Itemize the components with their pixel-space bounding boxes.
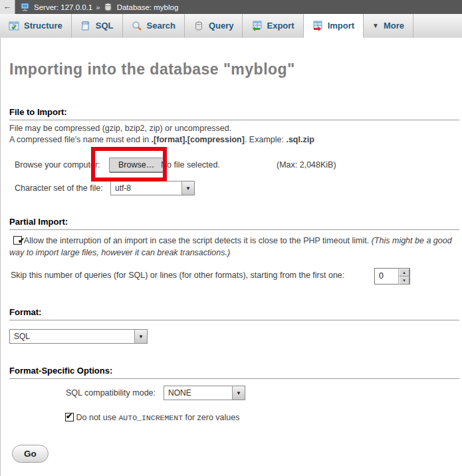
tab-search[interactable]: Search (123, 14, 185, 38)
no-file-selected-text: No file selected. (161, 160, 220, 170)
filename-note: A compressed file's name must end in .[f… (9, 134, 314, 146)
auto-increment-row: Do not use AUTO_INCREMENT for zero value… (65, 413, 240, 422)
tab-structure[interactable]: Structure (0, 14, 72, 38)
monitor-icon (21, 3, 31, 11)
tab-import-label: Import (328, 21, 354, 31)
skip-queries-value: 0 (375, 269, 398, 284)
auto-increment-checkbox[interactable] (65, 413, 74, 421)
stepper-down-icon[interactable]: ▼ (399, 277, 409, 285)
browse-label: Browse your computer: (15, 160, 100, 170)
section-heading-file-to-import: File to Import: (9, 107, 459, 120)
file-import-description: File may be compressed (gzip, bzip2, zip… (9, 123, 314, 146)
browse-button[interactable]: Browse… (109, 158, 164, 172)
tab-sql-label: SQL (96, 21, 114, 31)
go-button[interactable]: Go (12, 445, 49, 463)
section-heading-format: Format: (9, 307, 459, 320)
tab-structure-label: Structure (24, 21, 62, 31)
structure-icon (9, 21, 19, 31)
chevron-down-icon: ▼ (372, 22, 379, 29)
tab-query-label: Query (209, 21, 234, 31)
charset-label: Character set of the file: (15, 183, 103, 193)
tab-export[interactable]: Export (243, 14, 303, 38)
tab-more-label: More (384, 21, 404, 31)
search-icon (132, 21, 142, 31)
breadcrumb-bar: ← Server: 127.0.0.1 » Database: myblog (0, 0, 462, 14)
import-icon (312, 21, 323, 31)
allow-interruption-checkbox[interactable] (13, 236, 22, 245)
breadcrumb: Server: 127.0.0.1 » Database: myblog (15, 0, 462, 14)
tab-import[interactable]: Import (304, 14, 364, 38)
tab-query[interactable]: Query (185, 14, 243, 38)
sql-compatibility-label: SQL compatibility mode: (66, 388, 156, 398)
import-page: Importing into the database "myblog" Fil… (0, 38, 462, 476)
page-title: Importing into the database "myblog" (9, 60, 295, 78)
charset-selected-value: utf-8 (111, 183, 181, 193)
breadcrumb-server-link[interactable]: Server: 127.0.0.1 (34, 3, 92, 11)
browse-row: Browse your computer: Browse… No file se… (1, 158, 462, 175)
query-icon (193, 21, 204, 31)
breadcrumb-separator: » (96, 3, 100, 11)
skip-queries-row: Skip this number of queries (for SQL) or… (1, 268, 462, 285)
stepper-up-icon[interactable]: ▲ (399, 269, 409, 277)
format-selected-value: SQL (10, 332, 134, 341)
skip-queries-label: Skip this number of queries (for SQL) or… (11, 271, 344, 280)
allow-interruption-row: Allow the interruption of an import in c… (9, 235, 459, 259)
charset-select[interactable]: utf-8 ▼ (110, 181, 195, 195)
export-icon (251, 21, 262, 31)
sql-compatibility-row: SQL compatibility mode: NONE ▼ (1, 386, 462, 403)
format-select[interactable]: SQL ▼ (9, 329, 148, 344)
tab-more[interactable]: ▼ More (364, 14, 413, 38)
max-size-text: (Max: 2,048KiB) (277, 160, 336, 170)
tab-sql[interactable]: SQL (72, 14, 123, 38)
breadcrumb-database-link[interactable]: Database: myblog (117, 3, 179, 11)
tab-bar-filler (413, 14, 462, 38)
sql-compatibility-select[interactable]: NONE ▼ (164, 386, 245, 400)
charset-row: Character set of the file: utf-8 ▼ (1, 181, 462, 198)
format-dropdown-arrow-icon[interactable]: ▼ (134, 330, 147, 343)
database-icon (104, 3, 114, 11)
allow-interruption-label: Allow the interruption of an import in c… (9, 236, 452, 257)
sql-icon (80, 21, 91, 31)
skip-queries-input[interactable]: 0 ▲ ▼ (374, 268, 410, 285)
sql-compatibility-dropdown-arrow-icon[interactable]: ▼ (232, 386, 245, 400)
back-button[interactable]: ← (0, 0, 15, 14)
skip-queries-stepper: ▲ ▼ (398, 269, 409, 284)
auto-increment-label: Do not use AUTO_INCREMENT for zero value… (76, 413, 239, 422)
sql-compatibility-selected-value: NONE (164, 388, 232, 398)
section-heading-format-specific: Format-Specific Options: (9, 366, 459, 379)
tab-search-label: Search (147, 21, 175, 31)
section-heading-partial-import: Partial Import: (9, 217, 459, 230)
tab-bar: Structure SQL Search Query Export Import… (0, 14, 462, 38)
tab-export-label: Export (267, 21, 294, 31)
compression-note: File may be compressed (gzip, bzip2, zip… (9, 123, 314, 134)
charset-dropdown-arrow-icon[interactable]: ▼ (181, 181, 194, 195)
